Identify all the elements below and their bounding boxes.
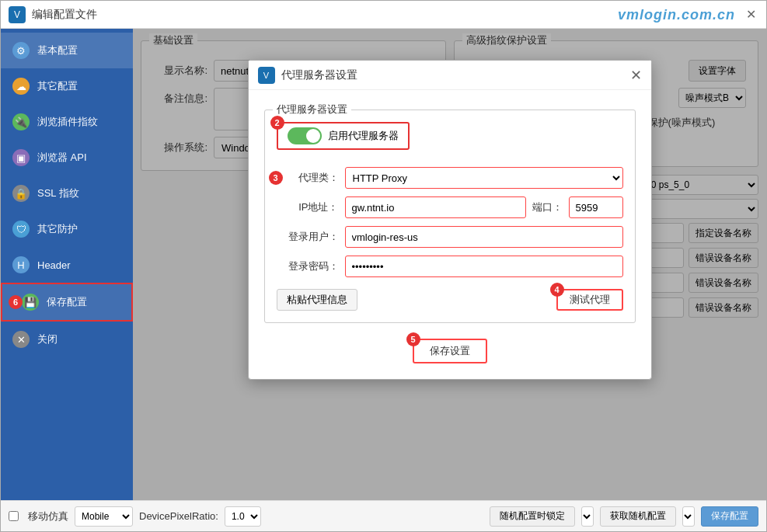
sidebar-item-other[interactable]: ☁ 其它配置 <box>1 68 133 104</box>
sidebar-item-plugins[interactable]: 🔌 浏览插件指纹 <box>1 104 133 140</box>
modal-overlay: V 代理服务器设置 ✕ 代理服务器设置 2 启用代理服务器 <box>133 29 766 500</box>
main-panel: 基础设置 显示名称: 备注信息: 🖼 ◀ <box>133 29 766 500</box>
sidebar-label-header: Header <box>37 259 71 271</box>
paste-proxy-button[interactable]: 粘贴代理信息 <box>277 289 357 311</box>
modal-title: 代理服务器设置 <box>281 68 357 82</box>
random-config-dropdown[interactable] <box>682 506 695 527</box>
sidebar-item-api[interactable]: ▣ 浏览器 API <box>1 140 133 176</box>
title-bar: V 编辑配置文件 vmlogin.com.cn ✕ <box>1 1 766 29</box>
ssl-icon: 🔒 <box>12 185 30 202</box>
plugins-icon: 🔌 <box>12 113 30 130</box>
sidebar-label-close: 关闭 <box>37 332 58 346</box>
proxy-section-title: 代理服务器设置 <box>273 103 351 116</box>
basic-config-icon: ⚙ <box>12 42 30 59</box>
sidebar-item-protection[interactable]: 🛡 其它防护 <box>1 211 133 247</box>
modal-close-button[interactable]: ✕ <box>630 68 642 82</box>
test-proxy-button[interactable]: 4 测试代理 <box>556 289 623 311</box>
proxy-section-box: 代理服务器设置 2 启用代理服务器 3 代理类： <box>264 110 636 323</box>
proxy-modal: V 代理服务器设置 ✕ 代理服务器设置 2 启用代理服务器 <box>248 60 652 380</box>
other-config-icon: ☁ <box>12 78 30 95</box>
sidebar: ⚙ 基本配置 ☁ 其它配置 🔌 浏览插件指纹 ▣ 浏览器 API 🔒 SSL 指… <box>1 29 133 500</box>
save-badge: 6 <box>9 295 23 309</box>
protection-icon: 🛡 <box>12 221 30 238</box>
user-label: 登录用户： <box>277 230 339 244</box>
ip-input[interactable] <box>345 196 526 218</box>
proxy-enable-toggle[interactable] <box>288 127 322 144</box>
header-icon: H <box>12 256 30 273</box>
save-icon: 💾 <box>22 294 39 311</box>
ip-label: IP地址： <box>277 200 339 214</box>
proxy-type-label: 代理类： <box>277 171 339 185</box>
proxy-type-select[interactable]: HTTP Proxy SOCKS5 SOCKS4 No Proxy <box>345 167 623 189</box>
sidebar-label-protection: 其它防护 <box>37 222 78 236</box>
step4-badge: 4 <box>550 283 564 297</box>
modal-body: 代理服务器设置 2 启用代理服务器 3 代理类： <box>249 90 651 379</box>
step3-badge: 3 <box>269 171 283 185</box>
sidebar-label-other: 其它配置 <box>37 79 78 93</box>
sidebar-label-plugins: 浏览插件指纹 <box>37 115 98 129</box>
step2-badge: 2 <box>270 116 284 130</box>
modal-icon: V <box>258 67 275 84</box>
sidebar-item-header[interactable]: H Header <box>1 247 133 283</box>
sidebar-item-ssl[interactable]: 🔒 SSL 指纹 <box>1 176 133 211</box>
sidebar-item-basic[interactable]: ⚙ 基本配置 <box>1 33 133 68</box>
sidebar-label-basic: 基本配置 <box>37 43 78 57</box>
step5-badge: 5 <box>406 332 420 346</box>
window-close-button[interactable]: ✕ <box>743 7 758 23</box>
sidebar-label-ssl: SSL 指纹 <box>37 186 79 200</box>
modal-title-bar: V 代理服务器设置 ✕ <box>249 61 651 90</box>
sidebar-label-save: 保存配置 <box>47 295 87 309</box>
app-icon: V <box>9 6 26 23</box>
save-settings-button[interactable]: 5 保存设置 <box>413 339 487 363</box>
port-label: 端口： <box>532 200 563 214</box>
random-lock-dropdown[interactable] <box>581 506 594 527</box>
mobile-sim-label: 移动仿真 <box>28 509 68 523</box>
pass-label: 登录密码： <box>277 259 339 273</box>
random-lock-button[interactable]: 随机配置时锁定 <box>490 506 575 527</box>
sidebar-label-api: 浏览器 API <box>37 151 87 165</box>
bottom-bar: 移动仿真 Mobile Desktop DevicePixelRatio: 1.… <box>1 500 766 531</box>
random-config-button[interactable]: 获取随机配置 <box>600 506 676 527</box>
user-input[interactable] <box>345 226 623 248</box>
brand-label: vmlogin.com.cn <box>618 7 735 23</box>
main-window: V 编辑配置文件 vmlogin.com.cn ✕ ⚙ 基本配置 ☁ 其它配置 … <box>0 0 767 532</box>
port-input[interactable] <box>569 196 623 218</box>
sidebar-item-close[interactable]: ✕ 关闭 <box>1 322 133 357</box>
dpr-label: DevicePixelRatio: <box>139 510 218 522</box>
proxy-enable-label: 启用代理服务器 <box>328 129 399 143</box>
pass-input[interactable] <box>345 256 623 277</box>
sidebar-item-save[interactable]: 6 💾 保存配置 <box>1 283 133 322</box>
mobile-select[interactable]: Mobile Desktop <box>75 506 133 527</box>
dpr-select[interactable]: 1.0 1.5 2.0 <box>225 506 261 527</box>
close-icon: ✕ <box>12 331 30 348</box>
api-icon: ▣ <box>12 149 30 166</box>
mobile-sim-checkbox[interactable] <box>9 511 19 521</box>
save-config-button[interactable]: 保存配置 <box>701 506 758 527</box>
content-area: ⚙ 基本配置 ☁ 其它配置 🔌 浏览插件指纹 ▣ 浏览器 API 🔒 SSL 指… <box>1 29 766 500</box>
window-title: 编辑配置文件 <box>32 8 97 22</box>
